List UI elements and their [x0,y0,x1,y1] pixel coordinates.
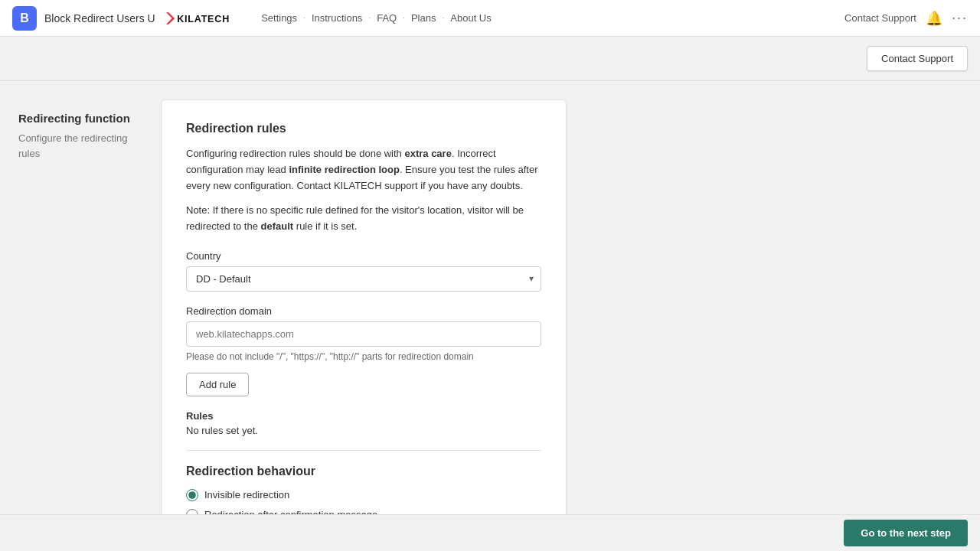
nav-settings[interactable]: Settings [258,11,300,25]
contact-support-button[interactable]: Contact Support [867,46,968,71]
app-title: Block Redirect Users U [44,12,155,24]
redirecting-function-desc: Configure the redirecting rules [18,131,142,161]
next-step-button[interactable]: Go to the next step [844,520,968,546]
more-icon[interactable]: ··· [952,10,968,26]
note-bold: default [261,220,294,232]
topbar-right: Contact Support 🔔 ··· [844,10,968,27]
warning-text: Configuring redirection rules should be … [186,146,541,194]
main-content: Redirecting function Configure the redir… [0,81,980,551]
topbar: B Block Redirect Users U KILATECH Settin… [0,0,980,37]
note-text: Note: If there is no specific rule defin… [186,203,541,235]
support-bar: Contact Support [0,37,980,81]
radio-invisible: Invisible redirection [186,489,541,501]
rules-label: Rules [186,410,541,422]
warning-bold2: infinite redirection loop [289,164,399,175]
radio-invisible-label: Invisible redirection [204,489,289,500]
nav-plans[interactable]: Plans [408,11,439,25]
country-select[interactable]: DD - Default [186,266,541,292]
section-divider [186,450,541,451]
warning-part1: Configuring redirection rules should be … [186,148,404,159]
domain-input[interactable] [186,321,541,347]
app-icon: B [12,6,37,31]
app-icon-letter: B [20,11,29,25]
nav-instructions[interactable]: Instructions [309,11,365,25]
nav-links: Settings · Instructions · FAQ · Plans · … [258,11,495,25]
content-card: Redirection rules Configuring redirectio… [161,99,567,540]
note-part2: rule if it is set. [293,220,357,232]
svg-marker-2 [169,18,174,21]
nav-faq[interactable]: FAQ [374,11,400,25]
domain-label: Redirection domain [186,305,541,317]
radio-invisible-input[interactable] [186,489,198,501]
add-rule-button[interactable]: Add rule [186,373,249,396]
svg-text:KILATECH: KILATECH [177,13,230,24]
country-select-wrapper: DD - Default ▾ [186,266,541,292]
topbar-contact-text: Contact Support [844,12,916,24]
country-label: Country [186,250,541,262]
redirection-rules-title: Redirection rules [186,122,541,135]
redirecting-function-title: Redirecting function [18,112,142,125]
left-panel: Redirecting function Configure the redir… [0,99,161,540]
warning-bold1: extra care [404,148,451,159]
domain-hint: Please do not include "/", "https://", "… [186,351,541,362]
behaviour-title: Redirection behaviour [186,465,541,478]
bell-icon[interactable]: 🔔 [926,10,942,27]
brand-logo: KILATECH [166,10,232,27]
bottom-bar: Go to the next step [0,514,980,551]
rules-empty: No rules set yet. [186,425,541,436]
topbar-left: B Block Redirect Users U KILATECH Settin… [12,6,495,31]
nav-about[interactable]: About Us [447,11,494,25]
